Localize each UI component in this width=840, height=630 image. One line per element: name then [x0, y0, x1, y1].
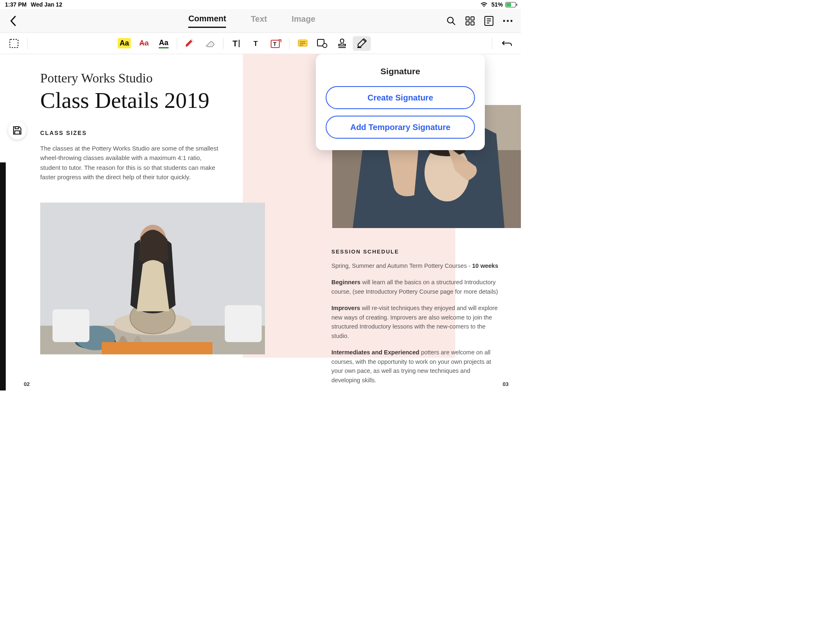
- svg-text:T: T: [273, 41, 276, 47]
- note-tool[interactable]: [294, 36, 312, 51]
- back-button[interactable]: [8, 16, 18, 26]
- strikethrough-tool[interactable]: Aa: [135, 36, 153, 51]
- svg-text:T: T: [253, 40, 258, 47]
- svg-rect-27: [15, 127, 18, 129]
- intermediates-paragraph: Intermediates and Experienced potters ar…: [331, 348, 500, 385]
- prev-page-edge: [0, 162, 6, 390]
- svg-rect-36: [102, 342, 212, 354]
- svg-point-10: [503, 20, 505, 22]
- text-tool[interactable]: T: [247, 36, 265, 51]
- svg-rect-2: [466, 17, 469, 20]
- tab-image[interactable]: Image: [292, 14, 315, 27]
- studio-name: Pottery Works Studio: [40, 71, 270, 86]
- create-signature-button[interactable]: Create Signature: [326, 86, 475, 109]
- improvers-label: Improvers: [331, 305, 360, 311]
- signature-tool[interactable]: [353, 36, 371, 51]
- intermediates-label: Intermediates and Experienced: [331, 349, 419, 356]
- divider: [223, 38, 224, 49]
- divider: [27, 38, 27, 49]
- status-time: 1:37 PM: [5, 1, 27, 8]
- grid-icon[interactable]: [465, 16, 475, 26]
- svg-rect-28: [15, 131, 20, 134]
- outline-icon[interactable]: [484, 16, 494, 26]
- top-nav: Comment Text Image: [0, 9, 521, 33]
- divider: [289, 38, 290, 49]
- svg-rect-5: [471, 22, 474, 25]
- svg-point-24: [323, 43, 327, 48]
- ink-tool[interactable]: [181, 36, 199, 51]
- highlight-tool[interactable]: Aa: [115, 36, 133, 51]
- search-icon[interactable]: [446, 16, 456, 26]
- beginners-label: Beginners: [331, 279, 361, 285]
- class-sizes-heading: CLASS SIZES: [40, 130, 270, 136]
- textbox-tool[interactable]: T: [267, 36, 285, 51]
- session-intro: Spring, Summer and Autumn Term Pottery C…: [331, 261, 500, 270]
- signature-popover: Signature Create Signature Add Temporary…: [316, 54, 485, 150]
- tab-comment[interactable]: Comment: [188, 14, 226, 28]
- pottery-photo-left: [40, 203, 265, 354]
- undo-button[interactable]: [498, 36, 516, 51]
- beginners-paragraph: Beginners will learn all the basics on a…: [331, 278, 500, 296]
- battery-icon: [505, 2, 516, 7]
- page-number-right: 03: [503, 381, 509, 387]
- svg-line-1: [453, 22, 455, 25]
- status-date: Wed Jan 12: [31, 1, 62, 8]
- document-viewport[interactable]: Pottery Works Studio Class Details 2019 …: [0, 54, 521, 390]
- shape-tool[interactable]: [313, 36, 331, 51]
- page-number-left: 02: [24, 381, 30, 387]
- save-button[interactable]: [8, 121, 26, 139]
- session-duration: 10 weeks: [472, 262, 498, 269]
- underline-tool[interactable]: Aa: [155, 36, 173, 51]
- popover-title: Signature: [326, 66, 475, 76]
- svg-rect-13: [10, 39, 18, 48]
- add-temporary-signature-button[interactable]: Add Temporary Signature: [326, 116, 475, 139]
- svg-rect-37: [52, 309, 89, 342]
- page-title: Class Details 2019: [40, 87, 270, 113]
- eraser-tool[interactable]: [201, 36, 219, 51]
- text-cursor-tool[interactable]: T: [228, 36, 246, 51]
- divider: [492, 38, 492, 49]
- select-area-tool[interactable]: [5, 36, 23, 51]
- stamp-tool[interactable]: [333, 36, 351, 51]
- session-intro-text: Spring, Summer and Autumn Term Pottery C…: [331, 262, 472, 269]
- svg-text:T: T: [233, 39, 237, 48]
- svg-point-11: [507, 20, 509, 22]
- more-icon[interactable]: [503, 16, 513, 26]
- svg-rect-4: [466, 22, 469, 25]
- divider: [177, 38, 177, 49]
- improvers-paragraph: Improvers will re-visit techniques they …: [331, 304, 500, 340]
- wifi-icon: [479, 0, 489, 9]
- status-bar: 1:37 PM Wed Jan 12 51%: [0, 0, 521, 9]
- svg-rect-3: [471, 17, 474, 20]
- annotation-toolbar: Aa Aa Aa T T T: [0, 33, 521, 54]
- session-schedule-heading: SESSION SCHEDULE: [331, 249, 500, 255]
- svg-rect-38: [225, 305, 262, 342]
- class-sizes-body: The classes at the Pottery Works Studio …: [40, 144, 221, 182]
- battery-percent: 51%: [491, 1, 503, 8]
- tab-text[interactable]: Text: [251, 14, 267, 27]
- svg-point-12: [511, 20, 513, 22]
